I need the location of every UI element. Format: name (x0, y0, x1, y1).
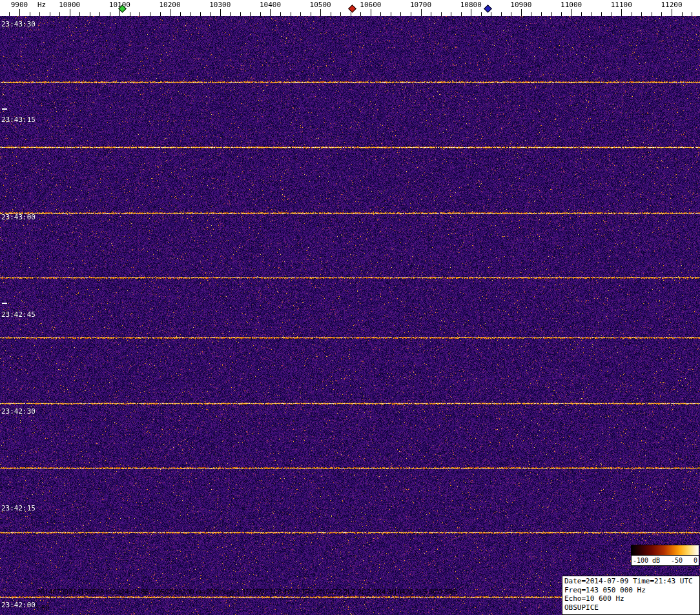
time-tick-dash (2, 303, 7, 304)
freq-tick-label: 11100 (611, 1, 632, 9)
time-tick-label: 23:43:30 (1, 20, 36, 28)
frequency-ruler: Hz 9900100001010010200103001040010500106… (0, 0, 700, 16)
freq-tick-label: 10600 (360, 1, 381, 9)
info-station: OBSUPICE (564, 603, 697, 612)
bottom-note-label: ^t-59 (34, 604, 49, 612)
colorbar-label-mid: -50 (671, 557, 683, 564)
freq-tick-label: 10800 (460, 1, 482, 9)
freq-tick-label: 11000 (561, 1, 582, 9)
time-tick-label: 23:43:15 (1, 116, 36, 124)
time-tick-label: 23:43:00 (1, 213, 36, 221)
info-echo: Echo=10 600 Hz (564, 594, 697, 603)
freq-tick-label: 10700 (410, 1, 431, 9)
freq-tick-label: 9900 (11, 1, 28, 9)
time-tick-dash (2, 108, 7, 110)
info-frequency: Freq=143 050 000 Hz (564, 586, 697, 595)
spectrogram-canvas (0, 16, 700, 615)
colorbar-label-max: 0 (694, 557, 697, 564)
observation-info-box: Date=2014-07-09 Time=21:43 UTC Freq=143 … (562, 576, 700, 615)
freq-tick-label: 10200 (160, 1, 181, 9)
colorbar-legend: -100 dB -50 0 (631, 545, 699, 566)
freq-tick-label: 10500 (310, 1, 331, 9)
colorbar-gradient (631, 545, 699, 556)
colorbar-label-min: -100 dB (633, 557, 660, 564)
colorbar-labels: -100 dB -50 0 (631, 556, 699, 566)
time-tick-label: 23:42:00 (1, 601, 36, 609)
frequency-unit-label: Hz (37, 1, 46, 9)
detection-meta-line: 20140709214159568 hCnt24 nb-88 f10592 hi… (37, 588, 457, 596)
freq-tick-label: 10000 (59, 1, 80, 9)
freq-tick-label: 11200 (661, 1, 682, 9)
time-tick-label: 23:42:45 (1, 310, 36, 319)
freq-tick-label: 10300 (209, 1, 231, 9)
info-date-time: Date=2014-07-09 Time=21:43 UTC (564, 577, 697, 586)
freq-tick-label: 10900 (510, 1, 531, 9)
time-tick-label: 23:42:30 (1, 407, 36, 416)
time-tick-label: 23:42:15 (1, 504, 36, 512)
spectrogram-app: Hz 9900100001010010200103001040010500106… (0, 0, 700, 615)
freq-tick-label: 10400 (260, 1, 281, 9)
